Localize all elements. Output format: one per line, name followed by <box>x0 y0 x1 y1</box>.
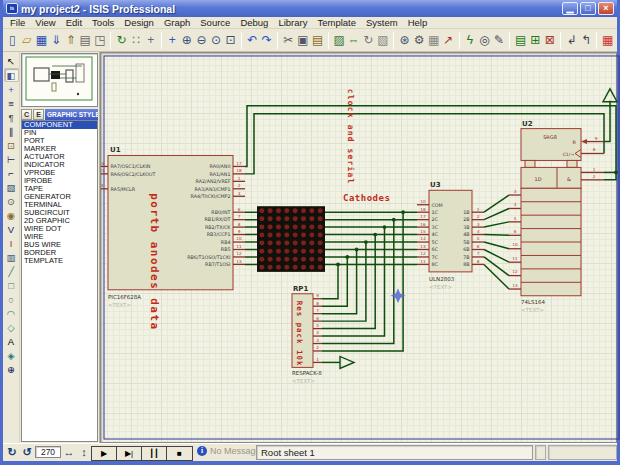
zoom-out-icon[interactable]: ⊖ <box>194 31 209 50</box>
rotate-cw-button[interactable]: ↻ <box>5 445 19 459</box>
menu-library[interactable]: Library <box>273 17 312 29</box>
selector-edit-button[interactable]: E <box>33 109 44 120</box>
export-section-icon[interactable]: ⇑ <box>63 31 78 50</box>
block-rotate-icon[interactable]: ↻ <box>361 31 376 50</box>
schematic-edit-window[interactable]: 16RA7/OSC1/CLKIN15RA6/OSC2/CLKOUT4RA5/MC… <box>100 52 617 443</box>
menu-design[interactable]: Design <box>119 17 159 29</box>
decompose-icon[interactable]: ↗ <box>441 31 456 50</box>
wire[interactable] <box>322 242 366 321</box>
wire[interactable] <box>484 235 509 236</box>
2d-box-mode-icon[interactable]: □ <box>4 278 19 292</box>
wire[interactable] <box>322 235 375 329</box>
component-rp1[interactable]: 987654321RP1Res pack 10kRESPACK-8<TEXT> <box>292 285 322 385</box>
origin-icon[interactable]: + <box>143 31 158 50</box>
flip-vertical-button[interactable]: ↕ <box>77 445 91 459</box>
menu-view[interactable]: View <box>30 17 60 29</box>
toggle-grid-icon[interactable]: ∷ <box>129 31 144 50</box>
play-button[interactable]: ▶ <box>92 447 117 460</box>
menu-system[interactable]: System <box>361 17 403 29</box>
virtual-instruments-mode-icon[interactable]: ▥ <box>4 250 19 264</box>
2d-arc-mode-icon[interactable]: ◠ <box>4 306 19 320</box>
menu-tools[interactable]: Tools <box>87 17 119 29</box>
component-mode-icon[interactable]: ◧ <box>4 68 19 82</box>
menu-graph[interactable]: Graph <box>159 17 195 29</box>
menu-file[interactable]: File <box>5 17 30 29</box>
property-assignment-icon[interactable]: ✎ <box>492 31 507 50</box>
open-folder-icon[interactable]: ▱ <box>20 31 35 50</box>
component-u1[interactable]: 16RA7/OSC1/CLKIN15RA6/OSC2/CLKOUT4RA5/MC… <box>101 147 245 331</box>
zoom-area-icon[interactable]: ⊡ <box>223 31 238 50</box>
design-explorer-icon[interactable]: ▤ <box>513 31 528 50</box>
marker-mode-icon[interactable]: ⊕ <box>4 362 19 376</box>
mark-output-area-icon[interactable]: ◳ <box>93 31 108 50</box>
2d-text-mode-icon[interactable]: A <box>4 334 19 348</box>
block-copy-icon[interactable]: ▨ <box>332 31 347 50</box>
undo-icon[interactable]: ↶ <box>245 31 260 50</box>
wire-label-mode-icon[interactable]: ≡ <box>4 96 19 110</box>
menu-debug[interactable]: Debug <box>235 17 273 29</box>
pause-button[interactable]: ┃┃ <box>142 447 167 460</box>
close-button[interactable]: × <box>598 2 614 15</box>
selector-pick-button[interactable]: C <box>21 109 32 120</box>
led-dot-matrix[interactable] <box>257 206 325 272</box>
current-probe-mode-icon[interactable]: I <box>4 236 19 250</box>
rotation-angle-field[interactable]: 270 <box>35 446 61 458</box>
ground-terminal-arrow[interactable] <box>340 356 354 368</box>
zoom-all-icon[interactable]: ⊙ <box>209 31 224 50</box>
redraw-icon[interactable]: ↻ <box>114 31 129 50</box>
wire[interactable] <box>322 220 394 344</box>
cut-icon[interactable]: ✂ <box>281 31 296 50</box>
graph-mode-icon[interactable]: ▧ <box>4 180 19 194</box>
wire[interactable] <box>484 222 509 227</box>
bus-mode-icon[interactable]: ∥ <box>4 124 19 138</box>
print-icon[interactable]: ▤ <box>78 31 93 50</box>
wire[interactable] <box>322 249 357 313</box>
exit-to-parent-icon[interactable]: ↰ <box>579 31 594 50</box>
minimize-button[interactable]: ▁ <box>562 2 578 15</box>
terminal-mode-icon[interactable]: ⊢ <box>4 152 19 166</box>
2d-line-mode-icon[interactable]: ╱ <box>4 264 19 278</box>
wire-autorouter-icon[interactable]: ϟ <box>463 31 478 50</box>
import-section-icon[interactable]: ⇓ <box>49 31 64 50</box>
pick-device-icon[interactable]: ⊛ <box>397 31 412 50</box>
menu-help[interactable]: Help <box>403 17 433 29</box>
zoom-in-icon[interactable]: ⊕ <box>180 31 195 50</box>
junction-dot-mode-icon[interactable]: + <box>4 82 19 96</box>
zoom-to-child-icon[interactable]: ↲ <box>564 31 579 50</box>
new-file-icon[interactable]: ▯ <box>5 31 20 50</box>
device-pin-mode-icon[interactable]: ⌐ <box>4 166 19 180</box>
make-device-icon[interactable]: ⚙ <box>412 31 427 50</box>
search-tag-icon[interactable]: ◎ <box>477 31 492 50</box>
2d-path-mode-icon[interactable]: ◇ <box>4 320 19 334</box>
tape-recorder-mode-icon[interactable]: ⊙ <box>4 194 19 208</box>
stop-button[interactable]: ■ <box>167 447 192 460</box>
menu-source[interactable]: Source <box>195 17 235 29</box>
netlist-to-ares-icon[interactable]: ▦ <box>600 31 615 50</box>
maximize-button[interactable]: □ <box>580 2 596 15</box>
power-terminal-arrow[interactable] <box>603 89 617 102</box>
block-move-icon[interactable]: ⇔ <box>346 31 361 50</box>
subcircuit-mode-icon[interactable]: ⊡ <box>4 138 19 152</box>
symbol-mode-icon[interactable]: ◈ <box>4 348 19 362</box>
redo-icon[interactable]: ↷ <box>260 31 275 50</box>
rotate-ccw-button[interactable]: ↺ <box>20 445 34 459</box>
pan-icon[interactable]: + <box>165 31 180 50</box>
component-u2[interactable]: U2SRG8RC1/→1D&345610111213981274LS164<TE… <box>509 120 604 313</box>
schematic-canvas[interactable]: 16RA7/OSC1/CLKIN15RA6/OSC2/CLKOUT4RA5/MC… <box>101 53 620 442</box>
packaging-tool-icon[interactable]: ▦ <box>426 31 441 50</box>
wire[interactable] <box>322 212 403 351</box>
copy-icon[interactable]: ▣ <box>296 31 311 50</box>
paste-icon[interactable]: ▤ <box>310 31 325 50</box>
component-u3[interactable]: 10COM181C172C163C154C145C136C127C118C11B… <box>417 181 484 289</box>
wire[interactable] <box>604 101 610 142</box>
flip-horizontal-button[interactable]: ↔ <box>62 445 76 459</box>
object-item-template[interactable]: TEMPLATE <box>22 257 97 265</box>
step-button[interactable]: ▶| <box>117 447 142 460</box>
wire[interactable] <box>484 242 509 249</box>
wire[interactable] <box>484 264 509 289</box>
selection-mode-icon[interactable]: ↖ <box>4 54 19 68</box>
menu-edit[interactable]: Edit <box>61 17 87 29</box>
save-file-icon[interactable]: ▦ <box>34 31 49 50</box>
new-sheet-icon[interactable]: ⊞ <box>528 31 543 50</box>
generator-mode-icon[interactable]: ◉ <box>4 208 19 222</box>
